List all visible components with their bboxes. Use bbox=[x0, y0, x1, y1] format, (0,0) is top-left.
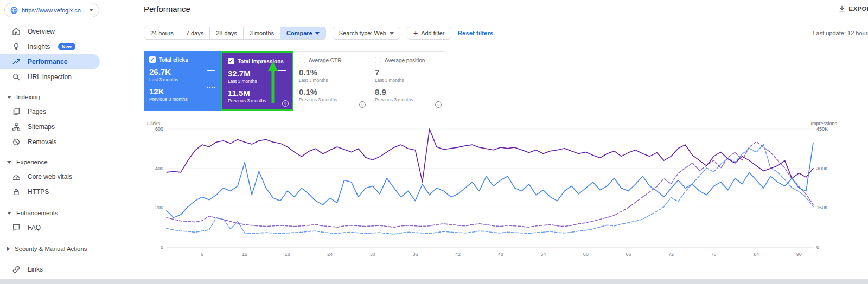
date-range-3-months[interactable]: 3 months bbox=[244, 27, 280, 40]
sidebar-item-performance[interactable]: Performance bbox=[0, 54, 100, 69]
sidebar-item-pages[interactable]: Pages bbox=[0, 104, 108, 119]
metric-value-previous: 0.1% bbox=[299, 87, 363, 96]
reset-filters-link[interactable]: Reset filters bbox=[458, 30, 494, 36]
sidebar-item-overview[interactable]: Overview bbox=[0, 24, 108, 39]
main-content: Performance EXPORT 24 hours 7 days 28 da… bbox=[144, 0, 868, 279]
metric-period-previous: Previous 3 months bbox=[228, 98, 286, 104]
download-icon bbox=[838, 5, 846, 12]
section-label: Experience bbox=[16, 159, 48, 165]
chevron-down-icon bbox=[7, 161, 11, 164]
svg-text:78: 78 bbox=[711, 251, 717, 257]
sidebar-item-label: URL inspection bbox=[28, 73, 72, 81]
sidebar-item-core-web-vitals[interactable]: Core web vitals bbox=[0, 169, 108, 184]
total-clicks-card[interactable]: ✓ Total clicks 26.7K Last 3 months 12K P… bbox=[144, 51, 221, 111]
last-update-text: Last update: 12 hours a bbox=[813, 30, 868, 36]
svg-text:200: 200 bbox=[155, 205, 163, 210]
metric-label: Average CTR bbox=[309, 57, 341, 63]
sidebar-item-insights[interactable]: Insights New bbox=[0, 39, 108, 54]
sidebar-item-https[interactable]: HTTPS bbox=[0, 184, 108, 199]
sidebar-item-removals[interactable]: Removals bbox=[0, 134, 108, 150]
sidebar-section-experience[interactable]: Experience bbox=[0, 155, 108, 169]
checkbox-checked-icon[interactable]: ✓ bbox=[228, 58, 234, 64]
export-button[interactable]: EXPORT bbox=[838, 5, 868, 12]
performance-chart: ClicksImpressions00200150K400300K600450K… bbox=[145, 120, 839, 268]
svg-text:Clicks: Clicks bbox=[147, 121, 160, 126]
lightbulb-icon bbox=[12, 42, 21, 51]
chevron-down-icon bbox=[315, 32, 320, 35]
help-icon[interactable]: ? bbox=[359, 101, 366, 108]
metric-value-current: 32.7M bbox=[228, 69, 286, 78]
checkbox-checked-icon[interactable]: ✓ bbox=[149, 56, 156, 63]
add-filter-label: Add filter bbox=[421, 30, 444, 36]
metric-value-current: 0.1% bbox=[299, 68, 363, 77]
solid-line-legend-icon bbox=[207, 70, 215, 71]
svg-text:72: 72 bbox=[668, 251, 674, 257]
sidebar-item-label: Pages bbox=[28, 108, 46, 115]
home-icon bbox=[12, 27, 21, 36]
svg-text:Impressions: Impressions bbox=[810, 121, 837, 126]
svg-text:12: 12 bbox=[242, 251, 247, 257]
metric-value-previous: 12K bbox=[149, 87, 215, 96]
sidebar-item-label: Insights bbox=[28, 43, 50, 50]
sidebar-section-enhancements[interactable]: Enhancements bbox=[0, 206, 108, 220]
sidebar-item-url-inspection[interactable]: URL inspection bbox=[0, 69, 108, 85]
sidebar-item-label: Core web vitals bbox=[28, 173, 72, 180]
metric-cards: ✓ Total clicks 26.7K Last 3 months 12K P… bbox=[144, 51, 445, 111]
sidebar-item-label: HTTPS bbox=[28, 188, 49, 196]
average-position-card[interactable]: Average position 7 Last 3 months 8.9 Pre… bbox=[369, 51, 445, 111]
removals-icon bbox=[12, 138, 21, 146]
metric-label: Total clicks bbox=[159, 57, 188, 63]
sidebar-item-label: Removals bbox=[28, 138, 56, 146]
line-chart-canvas: ClicksImpressions00200150K400300K600450K… bbox=[145, 120, 839, 266]
metric-period-previous: Previous 3 months bbox=[149, 96, 215, 102]
date-range-24-hours[interactable]: 24 hours bbox=[144, 27, 180, 40]
checkbox-unchecked-icon[interactable] bbox=[375, 57, 381, 63]
date-range-7-days[interactable]: 7 days bbox=[180, 27, 210, 40]
faq-bubble-icon bbox=[12, 223, 21, 232]
checkbox-unchecked-icon[interactable] bbox=[299, 57, 305, 63]
date-range-28-days[interactable]: 28 days bbox=[210, 27, 244, 40]
sidebar-section-security[interactable]: Security & Manual Actions bbox=[0, 242, 108, 256]
average-ctr-card[interactable]: Average CTR 0.1% Last 3 months 0.1% Prev… bbox=[293, 51, 369, 111]
metric-period-current: Last 3 months bbox=[375, 78, 439, 83]
svg-text:6: 6 bbox=[201, 251, 203, 257]
sidebar-section-indexing[interactable]: Indexing bbox=[0, 90, 108, 104]
sidebar-item-sitemaps[interactable]: Sitemaps bbox=[0, 119, 108, 134]
performance-chart-icon bbox=[12, 57, 21, 66]
sidebar-item-links[interactable]: Links bbox=[0, 262, 108, 277]
total-impressions-card[interactable]: ✓ Total impressions 32.7M Last 3 months … bbox=[221, 51, 293, 111]
plus-icon: + bbox=[413, 29, 418, 37]
svg-text:30: 30 bbox=[370, 251, 375, 257]
sidebar-item-label: Sitemaps bbox=[28, 123, 55, 131]
page-title: Performance bbox=[144, 4, 190, 14]
metric-value-previous: 11.5M bbox=[228, 88, 286, 98]
svg-text:300K: 300K bbox=[816, 166, 828, 171]
metric-period-current: Last 3 months bbox=[228, 79, 286, 84]
svg-text:48: 48 bbox=[498, 251, 503, 257]
sidebar-item-label: Links bbox=[28, 266, 43, 273]
sidebar-item-label: Overview bbox=[28, 28, 55, 35]
export-label: EXPORT bbox=[848, 5, 868, 12]
search-type-dropdown[interactable]: Search type: Web bbox=[333, 27, 400, 40]
compare-button[interactable]: Compare bbox=[280, 27, 326, 40]
new-badge: New bbox=[58, 43, 75, 50]
metric-value-current: 7 bbox=[375, 68, 439, 77]
metric-period-previous: Previous 3 months bbox=[299, 97, 363, 102]
help-icon[interactable]: ? bbox=[282, 100, 289, 107]
svg-text:60: 60 bbox=[583, 251, 589, 257]
sidebar-item-faq[interactable]: FAQ bbox=[0, 220, 108, 235]
help-icon[interactable]: ? bbox=[435, 101, 442, 108]
svg-text:150K: 150K bbox=[816, 205, 828, 210]
svg-text:24: 24 bbox=[327, 251, 333, 257]
solid-line-legend-icon bbox=[278, 70, 286, 71]
chevron-down-icon bbox=[390, 32, 394, 35]
chevron-down-icon bbox=[7, 96, 11, 99]
property-selector[interactable]: https://www.vefogix.co... bbox=[4, 3, 99, 17]
metric-label: Total impressions bbox=[238, 59, 284, 64]
add-filter-button[interactable]: + Add filter bbox=[407, 27, 451, 40]
svg-text:0: 0 bbox=[161, 244, 163, 250]
sidebar-item-label: Performance bbox=[28, 58, 67, 66]
globe-icon bbox=[10, 7, 18, 14]
metric-period-current: Last 3 months bbox=[149, 77, 215, 82]
filter-bar: 24 hours 7 days 28 days 3 months Compare… bbox=[144, 27, 493, 40]
